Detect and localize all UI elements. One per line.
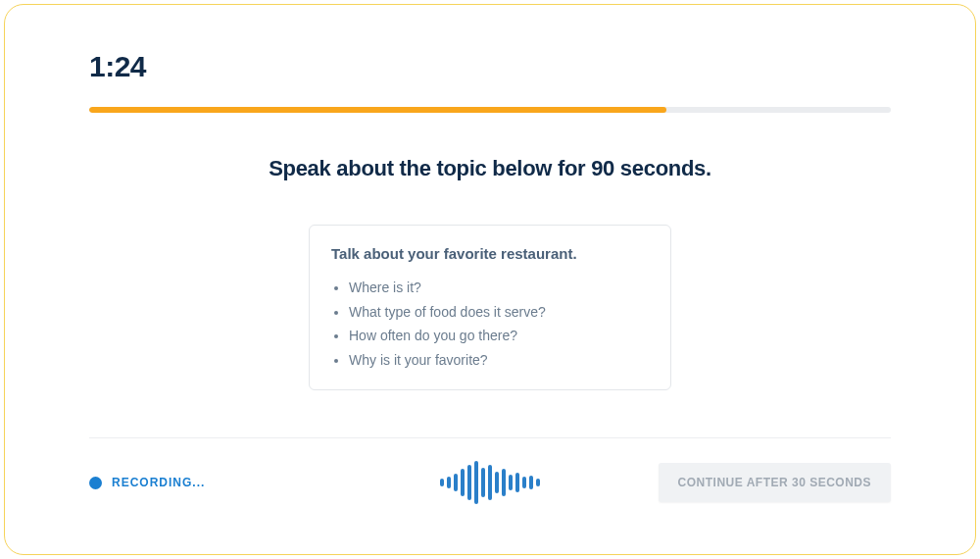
waveform-bar <box>467 465 471 500</box>
waveform-bar <box>461 469 465 496</box>
waveform-bar <box>529 476 533 489</box>
waveform-bar <box>454 474 458 491</box>
waveform-bar <box>502 469 506 496</box>
recording-label: RECORDING... <box>112 476 205 489</box>
prompt-list: Where is it? What type of food does it s… <box>331 276 649 372</box>
footer-divider <box>89 437 891 438</box>
waveform-bar <box>474 461 478 504</box>
footer-bar: RECORDING... CONTINUE AFTER 30 SECONDS <box>89 458 891 507</box>
test-frame: 1:24 Speak about the topic below for 90 … <box>4 4 976 555</box>
prompt-bullet: Why is it your favorite? <box>349 348 649 373</box>
prompt-card: Talk about your favorite restaurant. Whe… <box>309 225 671 390</box>
waveform-bar <box>536 479 540 486</box>
waveform-icon <box>440 458 540 507</box>
waveform-bar <box>481 468 485 497</box>
progress-bar-fill <box>89 107 666 113</box>
progress-bar-track <box>89 107 891 113</box>
continue-button[interactable]: CONTINUE AFTER 30 SECONDS <box>659 463 891 502</box>
recording-dot-icon <box>89 477 102 489</box>
recording-indicator: RECORDING... <box>89 476 205 489</box>
waveform-bar <box>440 479 444 486</box>
prompt-title: Talk about your favorite restaurant. <box>331 245 649 262</box>
prompt-bullet: Where is it? <box>349 276 649 300</box>
prompt-bullet: How often do you go there? <box>349 324 649 348</box>
waveform-bar <box>488 465 492 500</box>
waveform-bar <box>522 477 526 488</box>
prompt-bullet: What type of food does it serve? <box>349 300 649 325</box>
waveform-bar <box>495 472 499 493</box>
waveform-bar <box>509 475 513 490</box>
waveform-bar <box>447 477 451 488</box>
timer-display: 1:24 <box>89 50 891 83</box>
waveform-bar <box>515 473 519 492</box>
instruction-text: Speak about the topic below for 90 secon… <box>89 156 891 181</box>
